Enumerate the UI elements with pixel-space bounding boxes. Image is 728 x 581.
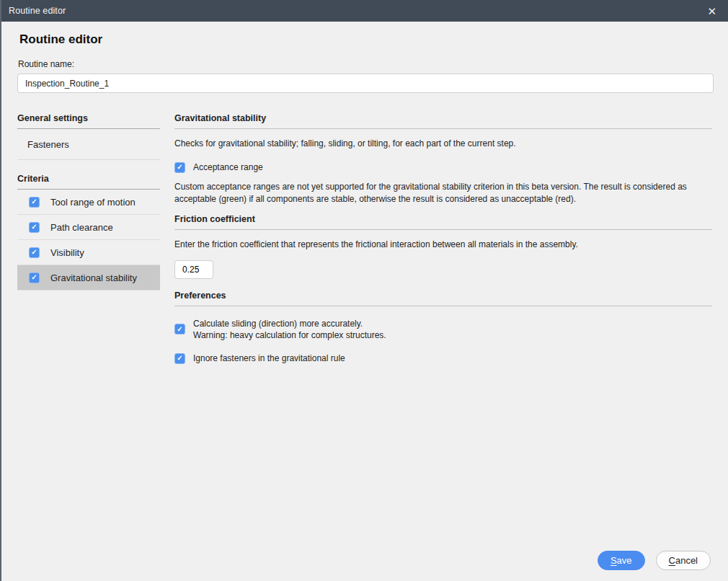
ignore-fasteners-label: Ignore fasteners in the gravitational ru… — [193, 352, 345, 364]
sidebar-item-label: Visibility — [50, 247, 84, 258]
cancel-button[interactable]: Cancel — [656, 551, 711, 570]
checkbox-acceptance-range[interactable]: ✓ — [174, 162, 185, 173]
window-title: Routine editor — [9, 6, 704, 16]
titlebar: Routine editor ✕ — [1, 0, 728, 22]
dialog-content: Routine editor Routine name: General set… — [1, 32, 728, 364]
acceptance-range-row[interactable]: ✓ Acceptance range — [174, 161, 712, 173]
friction-coefficient-input[interactable] — [174, 260, 213, 279]
routine-editor-dialog: Routine editor ✕ Routine editor Routine … — [0, 0, 728, 581]
sidebar-item-tool-range-of-motion[interactable]: ✓ Tool range of motion — [17, 190, 160, 215]
section-header-friction-coefficient: Friction coefficient — [174, 210, 712, 230]
acceptance-range-label: Acceptance range — [193, 161, 263, 173]
sidebar-item-visibility[interactable]: ✓ Visibility — [17, 240, 160, 265]
friction-description: Enter the friction coefficient that repr… — [174, 239, 712, 251]
sidebar-header-criteria: Criteria — [17, 169, 160, 190]
sidebar-item-label: Gravitational stability — [50, 272, 137, 283]
calculate-sliding-line1: Calculate sliding (direction) more accur… — [193, 319, 363, 329]
checkbox-ignore-fasteners[interactable]: ✓ — [174, 353, 185, 364]
settings-panel: Gravitational stability Checks for gravi… — [174, 109, 712, 364]
calculate-sliding-row[interactable]: ✓ Calculate sliding (direction) more acc… — [174, 318, 712, 341]
sidebar: General settings Fasteners Criteria ✓ To… — [17, 109, 160, 364]
save-mnemonic: S — [611, 555, 617, 566]
sidebar-item-path-clearance[interactable]: ✓ Path clearance — [17, 215, 160, 240]
cancel-rest: ancel — [675, 555, 698, 566]
section-header-gravitational-stability: Gravitational stability — [174, 109, 712, 129]
save-button[interactable]: Save — [598, 551, 645, 570]
checkbox-path-clearance[interactable]: ✓ — [29, 222, 40, 233]
checkbox-calculate-sliding[interactable]: ✓ — [174, 324, 185, 334]
sidebar-item-fasteners[interactable]: Fasteners — [17, 129, 160, 160]
checkbox-visibility[interactable]: ✓ — [29, 247, 40, 258]
sidebar-item-gravitational-stability[interactable]: ✓ Gravitational stability — [17, 265, 160, 290]
close-icon[interactable]: ✕ — [704, 4, 719, 18]
checkbox-gravitational-stability[interactable]: ✓ — [29, 272, 40, 283]
acceptance-note: Custom acceptance ranges are not yet sup… — [174, 181, 712, 206]
sidebar-header-general-settings: General settings — [17, 109, 160, 129]
gravitational-description: Checks for gravitational stability; fall… — [174, 138, 712, 150]
save-rest: ave — [617, 555, 632, 566]
ignore-fasteners-row[interactable]: ✓ Ignore fasteners in the gravitational … — [174, 352, 712, 364]
calculate-sliding-label: Calculate sliding (direction) more accur… — [193, 318, 386, 341]
dialog-footer: Save Cancel — [598, 551, 711, 570]
page-title: Routine editor — [19, 32, 712, 47]
sidebar-item-label: Tool range of motion — [50, 197, 136, 208]
checkbox-tool-range-of-motion[interactable]: ✓ — [29, 197, 40, 208]
calculate-sliding-line2: Warning: heavy calculation for complex s… — [193, 330, 386, 340]
routine-name-input[interactable] — [17, 74, 714, 93]
cancel-mnemonic: C — [669, 555, 675, 566]
section-header-preferences: Preferences — [174, 286, 712, 306]
routine-name-label: Routine name: — [18, 59, 712, 69]
sidebar-item-label: Path clearance — [50, 222, 113, 233]
